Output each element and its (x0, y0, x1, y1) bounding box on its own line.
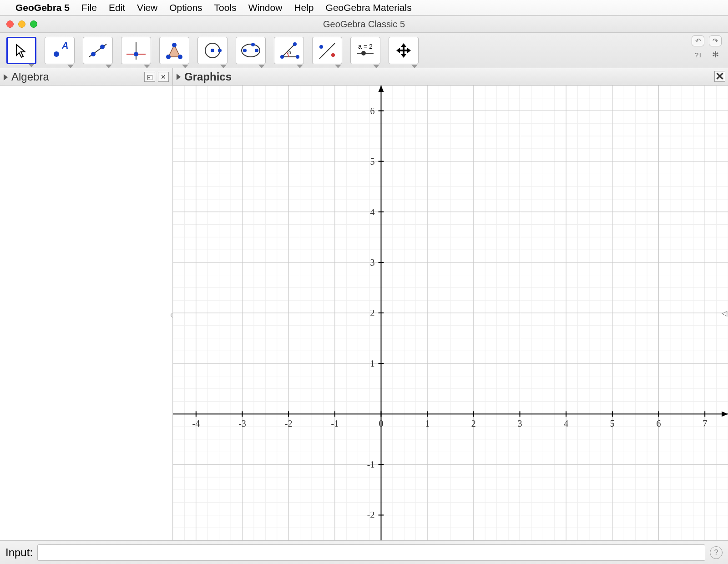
svg-text:-4: -4 (192, 418, 200, 428)
svg-point-22 (296, 55, 299, 59)
toolbar: A α a = 2 ↶ (0, 33, 728, 68)
svg-point-23 (293, 42, 297, 46)
graphics-view-header[interactable]: Graphics ✕ (173, 68, 728, 85)
algebra-title: Algebra (11, 70, 49, 83)
svg-point-0 (54, 51, 59, 57)
chevron-down-icon (373, 65, 379, 68)
svg-point-16 (243, 49, 247, 52)
triangle-right-icon (177, 74, 181, 80)
svg-text:2: 2 (370, 308, 375, 318)
chevron-down-icon (335, 65, 341, 68)
svg-text:A: A (61, 40, 68, 50)
views-header: Algebra ◱ ✕ Graphics ✕ (0, 68, 728, 86)
input-label: Input: (5, 546, 33, 559)
svg-text:-2: -2 (285, 418, 293, 428)
algebra-pane[interactable] (0, 86, 173, 540)
menu-options[interactable]: Options (169, 2, 202, 13)
svg-point-29 (361, 51, 366, 55)
tool-circle[interactable] (197, 37, 228, 64)
chevron-down-icon (28, 64, 35, 67)
tool-polygon[interactable] (159, 37, 189, 64)
chevron-down-icon (67, 65, 74, 68)
svg-text:4: 4 (370, 207, 375, 217)
svg-text:5: 5 (370, 156, 375, 166)
undo-button[interactable]: ↶ (692, 35, 704, 46)
menu-file[interactable]: File (81, 2, 97, 13)
close-graphics-button[interactable]: ✕ (714, 71, 725, 82)
svg-text:6: 6 (370, 106, 375, 116)
tool-move[interactable] (6, 37, 36, 64)
mac-menubar: GeoGebra 5 File Edit View Options Tools … (0, 0, 728, 15)
svg-point-7 (134, 52, 138, 56)
input-help-icon[interactable]: ? (710, 546, 723, 559)
tool-move-view[interactable] (389, 37, 419, 64)
side-collapse-icon[interactable]: ◁ (721, 306, 728, 320)
chevron-down-icon (106, 65, 112, 68)
triangle-right-icon (4, 74, 8, 81)
menu-view[interactable]: View (137, 2, 157, 13)
svg-point-18 (251, 43, 255, 46)
tool-perpendicular[interactable] (121, 37, 151, 64)
close-algebra-button[interactable]: ✕ (158, 72, 169, 82)
svg-point-4 (100, 45, 105, 49)
svg-text:6: 6 (657, 418, 661, 428)
chevron-down-icon (411, 65, 418, 68)
svg-point-17 (255, 49, 258, 52)
tool-line[interactable] (83, 37, 113, 64)
svg-point-21 (280, 55, 284, 59)
window-title: GeoGebra Classic 5 (0, 19, 728, 30)
svg-text:0: 0 (379, 418, 384, 428)
svg-text:-1: -1 (367, 459, 375, 469)
graphics-pane[interactable]: -4-3-2-101234567-2-1123456 ◁ (173, 86, 728, 540)
algebra-view-header[interactable]: Algebra ◱ ✕ (0, 68, 173, 85)
svg-text:5: 5 (610, 418, 615, 428)
svg-point-10 (178, 55, 182, 59)
input-bar: Input: ? (0, 540, 728, 564)
svg-text:4: 4 (564, 418, 568, 428)
graphics-title: Graphics (184, 70, 232, 83)
help-icon[interactable]: ?⃝ (692, 49, 704, 60)
input-field[interactable] (37, 544, 705, 561)
svg-text:3: 3 (518, 418, 522, 428)
chevron-down-icon (297, 65, 303, 68)
tool-angle[interactable]: α (274, 37, 304, 64)
slider-label: a = 2 (355, 43, 375, 50)
svg-text:3: 3 (370, 257, 375, 267)
svg-point-14 (218, 49, 222, 52)
coordinate-grid[interactable]: -4-3-2-101234567-2-1123456 (173, 86, 728, 540)
svg-text:α: α (288, 50, 291, 55)
redo-button[interactable]: ↷ (709, 35, 722, 46)
toolbar-right: ↶ ↷ ?⃝ ✻ (692, 35, 722, 60)
svg-point-9 (166, 55, 171, 59)
svg-text:-3: -3 (238, 418, 246, 428)
main-area: -4-3-2-101234567-2-1123456 ◁ (0, 86, 728, 540)
svg-text:1: 1 (370, 358, 375, 368)
tool-reflect[interactable] (312, 37, 342, 64)
svg-point-3 (91, 52, 96, 56)
svg-text:7: 7 (703, 418, 707, 428)
menu-materials[interactable]: GeoGebra Materials (326, 2, 412, 13)
svg-point-13 (211, 49, 214, 52)
menu-help[interactable]: Help (294, 2, 313, 13)
window-titlebar: GeoGebra Classic 5 (0, 15, 728, 33)
svg-point-27 (331, 53, 335, 57)
svg-text:2: 2 (471, 418, 476, 428)
detach-button[interactable]: ◱ (144, 72, 155, 82)
chevron-down-icon (258, 65, 265, 68)
menu-window[interactable]: Window (248, 2, 283, 13)
tool-ellipse[interactable] (236, 37, 266, 64)
chevron-down-icon (220, 65, 227, 68)
menu-app[interactable]: GeoGebra 5 (15, 2, 70, 13)
tool-slider[interactable]: a = 2 (350, 37, 380, 64)
chevron-down-icon (144, 65, 150, 68)
gear-icon[interactable]: ✻ (709, 49, 722, 60)
svg-point-26 (319, 45, 323, 49)
menu-edit[interactable]: Edit (109, 2, 125, 13)
svg-text:-1: -1 (331, 418, 339, 428)
menu-tools[interactable]: Tools (214, 2, 237, 13)
svg-point-11 (172, 43, 177, 47)
tool-point[interactable]: A (45, 37, 75, 64)
svg-text:-2: -2 (367, 510, 375, 520)
chevron-down-icon (182, 65, 188, 68)
svg-text:1: 1 (425, 418, 430, 428)
